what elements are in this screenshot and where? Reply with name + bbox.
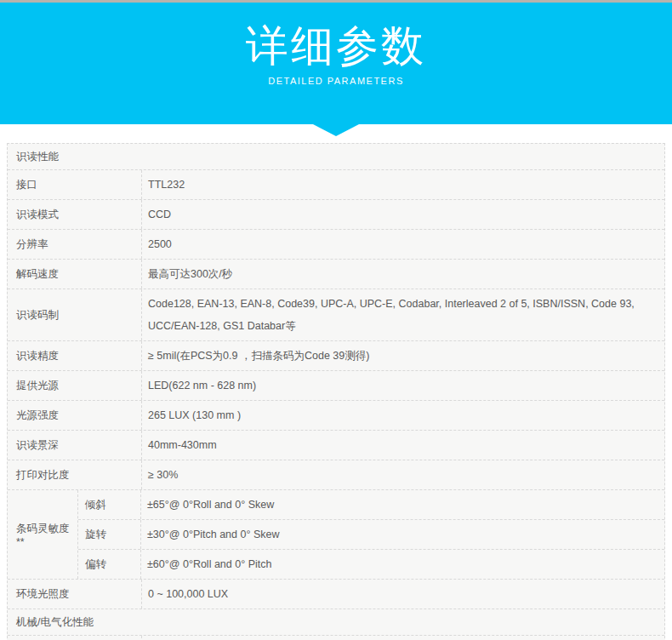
section-header-row: 识读性能: [8, 144, 664, 170]
spec-value: 最高可达300次/秒: [148, 263, 232, 285]
spec-value: CCD: [148, 203, 171, 226]
spec-value-cell: CCD: [142, 200, 664, 229]
spec-value: ±30°@ 0°Pitch and 0° Skew: [147, 523, 279, 546]
spec-group-subrows: 倾斜±65°@ 0°Roll and 0° Skew旋转±30°@ 0°Pitc…: [78, 490, 664, 579]
spec-sublabel: 旋转: [78, 520, 141, 549]
spec-value-cell: 0.33W: [142, 636, 664, 640]
spec-value: 40mm-430mm: [148, 434, 217, 456]
banner-title: 详细参数: [0, 3, 672, 68]
banner-down-arrow: [313, 124, 359, 136]
spec-value-cell: ±65°@ 0°Roll and 0° Skew: [141, 490, 664, 519]
spec-label: 解码速度: [8, 260, 142, 289]
detailed-parameters-banner: 详细参数 DETAILED PARAMETERS: [0, 3, 672, 124]
spec-value: 2500: [148, 233, 172, 255]
spec-value-cell: ±30°@ 0°Pitch and 0° Skew: [141, 520, 664, 549]
spec-value: ±60°@ 0°Roll and 0° Pitch: [147, 553, 271, 575]
spec-sublabel: 偏转: [78, 550, 141, 579]
spec-label: 光源强度: [8, 401, 142, 430]
spec-value: ≥ 30%: [148, 464, 178, 486]
spec-row: 识读精度≥ 5mil(在PCS为0.9 ，扫描条码为Code 39测得): [8, 341, 664, 371]
spec-label: 识读景深: [8, 431, 142, 460]
spec-value-cell: 最高可达300次/秒: [142, 260, 664, 289]
spec-label: 环境光照度: [8, 580, 142, 609]
spec-value: ±65°@ 0°Roll and 0° Skew: [147, 494, 274, 516]
spec-group-label: 条码灵敏度**: [8, 490, 78, 579]
spec-row: 识读码制Code128, EAN-13, EAN-8, Code39, UPC-…: [8, 289, 664, 341]
spec-value: Code128, EAN-13, EAN-8, Code39, UPC-A, U…: [148, 293, 656, 337]
spec-value-cell: Code128, EAN-13, EAN-8, Code39, UPC-A, U…: [142, 289, 664, 340]
spec-value-cell: 0 ~ 100,000 LUX: [142, 580, 664, 609]
spec-label: 识读码制: [8, 289, 142, 340]
spec-label: 打印对比度: [8, 460, 142, 489]
spec-value-cell: LED(622 nm - 628 nm): [142, 371, 664, 400]
spec-value-cell: 2500: [142, 230, 664, 259]
spec-value-cell: 265 LUX (130 mm ): [142, 401, 664, 430]
section-header-label: 识读性能: [16, 150, 59, 164]
spec-label: 分辨率: [8, 230, 142, 259]
spec-value: TTL232: [148, 174, 185, 196]
spec-row: 提供光源LED(622 nm - 628 nm): [8, 371, 664, 401]
spec-label: 提供光源: [8, 371, 142, 400]
spec-subrow: 偏转±60°@ 0°Roll and 0° Pitch: [78, 550, 664, 579]
spec-label: 识读精度: [8, 341, 142, 370]
spec-row: 分辨率2500: [8, 230, 664, 260]
spec-value: 0 ~ 100,000 LUX: [148, 583, 228, 605]
banner-subtitle: DETAILED PARAMETERS: [0, 76, 672, 86]
spec-value-cell: ±60°@ 0°Roll and 0° Pitch: [141, 550, 664, 579]
spec-sublabel: 倾斜: [78, 490, 141, 519]
spec-subrow: 倾斜±65°@ 0°Roll and 0° Skew: [78, 490, 664, 520]
spec-value: 265 LUX (130 mm ): [148, 404, 241, 426]
spec-group-row: 条码灵敏度**倾斜±65°@ 0°Roll and 0° Skew旋转±30°@…: [8, 490, 664, 580]
spec-value-cell: 40mm-430mm: [142, 431, 664, 460]
spec-label: 接口: [8, 170, 142, 199]
spec-row: 环境光照度0 ~ 100,000 LUX: [8, 580, 664, 609]
spec-value: LED(622 nm - 628 nm): [148, 374, 256, 397]
spec-row: 最大功耗0.33W: [8, 636, 664, 640]
spec-value: ≥ 5mil(在PCS为0.9 ，扫描条码为Code 39测得): [148, 345, 369, 367]
spec-row: 接口TTL232: [8, 170, 664, 200]
spec-value-cell: ≥ 5mil(在PCS为0.9 ，扫描条码为Code 39测得): [142, 341, 664, 370]
spec-label: 最大功耗: [8, 636, 142, 640]
spec-row: 解码速度最高可达300次/秒: [8, 260, 664, 289]
spec-table: 识读性能接口TTL232识读模式CCD分辨率2500解码速度最高可达300次/秒…: [7, 143, 665, 640]
section-header-row: 机械/电气化性能: [8, 609, 664, 636]
spec-row: 光源强度265 LUX (130 mm ): [8, 401, 664, 431]
spec-row: 识读模式CCD: [8, 200, 664, 230]
section-header-label: 机械/电气化性能: [16, 615, 94, 630]
spec-value-cell: TTL232: [142, 170, 664, 199]
spec-subrow: 旋转±30°@ 0°Pitch and 0° Skew: [78, 520, 664, 550]
spec-label: 识读模式: [8, 200, 142, 229]
spec-row: 识读景深40mm-430mm: [8, 431, 664, 460]
spec-row: 打印对比度≥ 30%: [8, 460, 664, 490]
spec-value-cell: ≥ 30%: [142, 460, 664, 489]
